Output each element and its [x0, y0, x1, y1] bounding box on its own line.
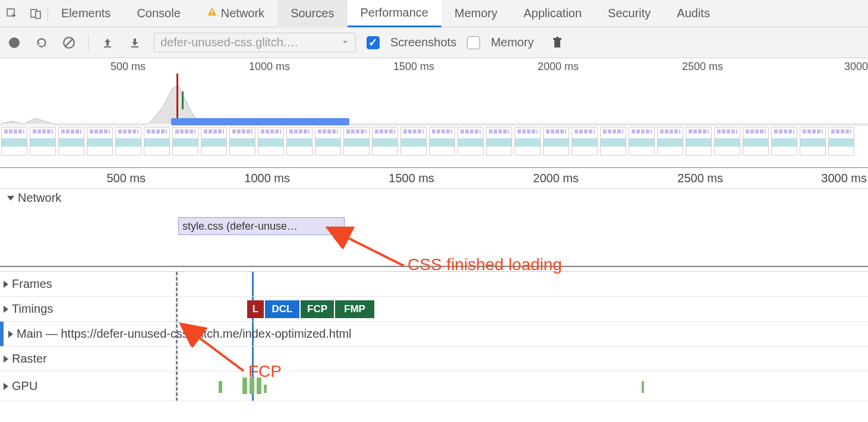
filmstrip-frame[interactable] [714, 127, 740, 156]
performance-toolbar: defer-unused-css.glitch.… ✓ Screenshots … [0, 27, 868, 58]
reload-button[interactable] [33, 34, 50, 51]
timing-pill-l[interactable]: L [247, 300, 264, 318]
svg-line-6 [65, 39, 72, 46]
tab-memory[interactable]: Memory [441, 0, 510, 27]
tab-application[interactable]: Application [510, 0, 595, 27]
svg-rect-3 [212, 10, 213, 13]
divider [88, 35, 89, 50]
tab-network[interactable]: Network [194, 0, 277, 27]
flame-chart-area: Frames Timings L DCL FCP FMP Main — http… [0, 272, 868, 401]
download-button[interactable] [127, 34, 143, 51]
disclosure-icon[interactable] [4, 306, 8, 313]
gpu-track-label: GPU [12, 379, 37, 393]
filmstrip-frame[interactable] [258, 127, 284, 156]
screenshots-label: Screenshots [390, 36, 456, 49]
overview-ruler: 500 ms 1000 ms 1500 ms 2000 ms 2500 ms 3… [0, 58, 868, 74]
gpu-track[interactable]: GPU [0, 372, 868, 401]
frames-track-label: Frames [12, 277, 52, 291]
device-toggle-icon[interactable] [24, 0, 48, 27]
detail-pane: 500 ms 1000 ms 1500 ms 2000 ms 2500 ms 3… [0, 168, 868, 401]
svg-rect-2 [36, 11, 40, 18]
filmstrip-frame[interactable] [828, 127, 854, 156]
svg-rect-7 [104, 46, 111, 47]
filmstrip-frame[interactable] [400, 127, 427, 156]
filmstrip-frame[interactable] [543, 127, 569, 156]
filmstrip-frame[interactable] [1, 127, 27, 156]
record-button[interactable] [6, 34, 23, 51]
filmstrip-frame[interactable] [771, 127, 797, 156]
filmstrip-frame[interactable] [486, 127, 512, 156]
inspect-icon[interactable] [0, 0, 24, 27]
raster-track-label: Raster [12, 352, 47, 366]
disclosure-icon[interactable] [4, 281, 8, 288]
filmstrip-frame[interactable] [600, 127, 626, 156]
filmstrip-frame[interactable] [429, 127, 455, 156]
tab-console[interactable]: Console [124, 0, 193, 27]
main-track-indicator [0, 322, 4, 346]
warning-icon [207, 7, 217, 20]
raster-track[interactable]: Raster [0, 347, 868, 372]
network-track[interactable]: Network style.css (defer-unuse… [0, 189, 868, 266]
tab-security[interactable]: Security [595, 0, 664, 27]
filmstrip-frame[interactable] [229, 127, 255, 156]
devtools-tabstrip: Elements Console Network Sources Perform… [0, 0, 868, 27]
dcl-marker [182, 91, 184, 109]
memory-label: Memory [491, 36, 534, 49]
filmstrip-frame[interactable] [457, 127, 484, 156]
svg-rect-9 [554, 40, 560, 47]
filmstrip [0, 126, 868, 159]
overview-activity [0, 74, 868, 126]
svg-rect-4 [212, 14, 213, 15]
filmstrip-frame[interactable] [115, 127, 141, 156]
filmstrip-frame[interactable] [343, 127, 370, 156]
svg-rect-8 [131, 46, 138, 47]
network-request-label: style.css (defer-unuse… [182, 220, 298, 232]
filmstrip-frame[interactable] [743, 127, 769, 156]
profile-select-label: defer-unused-css.glitch.… [160, 36, 298, 49]
filmstrip-frame[interactable] [315, 127, 341, 156]
filmstrip-frame[interactable] [58, 127, 84, 156]
filmstrip-frame[interactable] [172, 127, 198, 156]
profile-select[interactable]: defer-unused-css.glitch.… [154, 33, 356, 52]
overview-panel[interactable]: 500 ms 1000 ms 1500 ms 2000 ms 2500 ms 3… [0, 58, 868, 168]
overview-selection[interactable] [171, 118, 349, 125]
filmstrip-frame[interactable] [572, 127, 598, 156]
timing-pill-fmp[interactable]: FMP [335, 300, 374, 318]
tab-performance[interactable]: Performance [348, 0, 442, 27]
filmstrip-frame[interactable] [87, 127, 113, 156]
timing-pill-fcp[interactable]: FCP [301, 300, 334, 318]
tab-elements[interactable]: Elements [48, 0, 124, 27]
clear-button[interactable] [61, 34, 77, 51]
screenshots-checkbox[interactable]: ✓ [367, 36, 380, 49]
timings-track-label: Timings [12, 302, 53, 316]
memory-checkbox[interactable] [467, 36, 480, 49]
upload-button[interactable] [99, 34, 116, 51]
svg-rect-11 [556, 37, 558, 38]
disclosure-icon[interactable] [4, 356, 8, 363]
filmstrip-frame[interactable] [629, 127, 655, 156]
svg-rect-10 [553, 38, 561, 40]
main-track-label: Main — https://defer-unused-css.glitch.m… [17, 327, 352, 341]
filmstrip-frame[interactable] [372, 127, 398, 156]
filmstrip-frame[interactable] [201, 127, 227, 156]
timings-track[interactable]: Timings L DCL FCP FMP [0, 297, 868, 322]
main-track[interactable]: Main — https://defer-unused-css.glitch.m… [0, 322, 868, 347]
filmstrip-frame[interactable] [686, 127, 712, 156]
disclosure-icon[interactable] [8, 331, 13, 338]
filmstrip-frame[interactable] [515, 127, 541, 156]
trash-icon[interactable] [549, 34, 566, 51]
detail-ruler: 500 ms 1000 ms 1500 ms 2000 ms 2500 ms 3… [0, 168, 868, 189]
filmstrip-frame[interactable] [30, 127, 56, 156]
tab-sources[interactable]: Sources [277, 0, 347, 27]
disclosure-icon[interactable] [4, 383, 8, 390]
filmstrip-frame[interactable] [144, 127, 170, 156]
filmstrip-frame[interactable] [800, 127, 826, 156]
tab-audits[interactable]: Audits [664, 0, 723, 27]
filmstrip-frame[interactable] [286, 127, 313, 156]
load-marker [176, 74, 178, 125]
filmstrip-frame[interactable] [657, 127, 683, 156]
timing-pill-dcl[interactable]: DCL [265, 300, 299, 318]
network-request-bar[interactable]: style.css (defer-unuse… [178, 217, 345, 235]
pane-resizer[interactable]: ⋯ [0, 266, 868, 272]
frames-track[interactable]: Frames [0, 272, 868, 297]
